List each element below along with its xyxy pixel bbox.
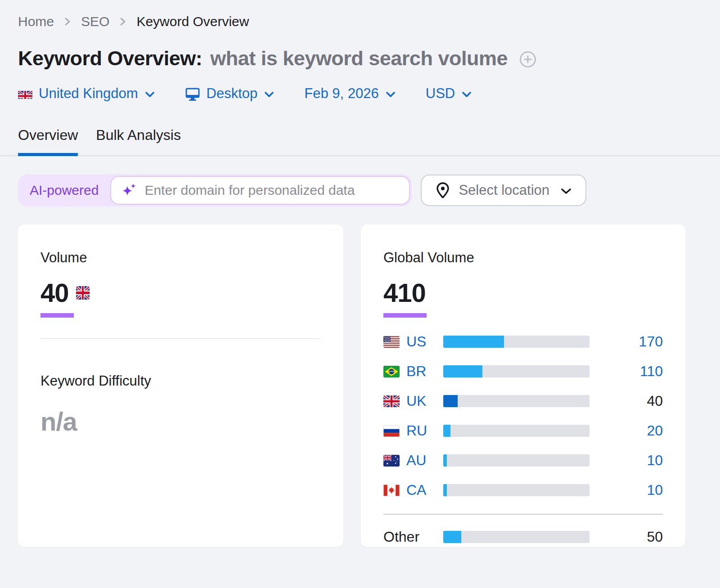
country-bar-track [443, 454, 590, 467]
country-label[interactable]: BR [406, 363, 426, 380]
device-filter-dropdown[interactable]: Desktop [185, 85, 275, 102]
select-location-button[interactable]: Select location [421, 175, 586, 206]
volume-label: Volume [40, 250, 321, 266]
country-bar-track [443, 425, 590, 437]
country-filter-dropdown[interactable]: United Kingdom [18, 85, 155, 102]
other-bar-track [443, 531, 590, 543]
breadcrumb-seo[interactable]: SEO [81, 13, 109, 30]
country-filter-label: United Kingdom [39, 85, 138, 102]
volume-card-divider [40, 338, 321, 339]
date-filter-dropdown[interactable]: Feb 9, 2026 [304, 85, 396, 102]
chevron-down-icon [461, 91, 472, 98]
currency-filter-dropdown[interactable]: USD [426, 85, 472, 102]
country-row: US 170 [383, 336, 663, 348]
country-value[interactable]: 10 [590, 452, 663, 469]
monitor-icon [185, 87, 200, 101]
page-title-label: Keyword Overview: [18, 47, 202, 70]
br-flag-icon [383, 366, 400, 377]
chevron-down-icon [264, 91, 274, 98]
country-bar-fill [443, 454, 447, 467]
plus-circle-icon[interactable] [518, 50, 537, 69]
other-label: Other [383, 529, 419, 545]
tab-overview[interactable]: Overview [18, 127, 78, 155]
chevron-down-icon [560, 188, 572, 195]
country-value[interactable]: 10 [590, 482, 663, 498]
country-value: 40 [590, 393, 663, 409]
country-row: CA 10 [383, 484, 663, 496]
select-location-label: Select location [459, 182, 549, 198]
country-bar-track [443, 395, 590, 407]
ai-powered-badge: AI-powered [20, 183, 110, 198]
tabs-bar: Overview Bulk Analysis [18, 127, 702, 156]
country-label[interactable]: RU [406, 422, 427, 439]
other-bar-fill [443, 531, 461, 543]
ai-domain-bar: AI-powered Select location [18, 174, 702, 206]
country-label[interactable]: CA [406, 482, 426, 498]
country-label[interactable]: UK [406, 393, 426, 409]
country-bar-track [443, 365, 590, 377]
country-value[interactable]: 20 [590, 422, 663, 439]
other-row: Other 50 [383, 531, 663, 543]
other-value: 50 [590, 529, 663, 545]
breadcrumb: Home SEO Keyword Overview [18, 13, 702, 30]
country-row: BR 110 [383, 365, 663, 377]
au-flag-icon [383, 455, 400, 467]
country-bar-fill [443, 336, 504, 348]
other-divider [383, 514, 663, 515]
country-bar-fill [443, 395, 458, 407]
filters-bar: United Kingdom Desktop Feb 9, 2026 [18, 85, 702, 102]
volume-card: Volume 40 Keyword Difficulty n/a [18, 224, 343, 547]
breadcrumb-chevron-icon [64, 16, 71, 27]
country-value[interactable]: 170 [590, 333, 663, 350]
country-bar-fill [443, 484, 447, 496]
breadcrumb-chevron-icon [119, 16, 126, 27]
global-volume-rows: US 170 BR 110 UK 40 RU 20 [383, 336, 663, 496]
ru-flag-icon [383, 425, 400, 437]
gb-flag-icon [76, 286, 90, 300]
sparkle-icon [121, 182, 137, 198]
volume-value: 40 [40, 278, 69, 308]
country-row: UK 40 [383, 395, 663, 407]
page-title-keyword: what is keyword search volume [210, 47, 508, 70]
domain-input[interactable] [144, 183, 399, 198]
date-filter-label: Feb 9, 2026 [304, 85, 378, 102]
global-volume-accent-bar [383, 313, 427, 318]
global-volume-label: Global Volume [383, 250, 663, 266]
keyword-overview-page: Home SEO Keyword Overview Keyword Overvi… [0, 0, 720, 547]
country-bar-fill [443, 365, 482, 377]
global-volume-card: Global Volume 410 US 170 BR 110 UK [361, 224, 685, 547]
keyword-difficulty-value: n/a [40, 406, 321, 436]
gb-flag-icon [383, 395, 400, 407]
country-label[interactable]: AU [406, 452, 426, 469]
chevron-down-icon [144, 91, 155, 98]
us-flag-icon [383, 336, 400, 348]
breadcrumb-home[interactable]: Home [18, 13, 54, 30]
global-volume-value: 410 [383, 278, 426, 308]
ca-flag-icon [383, 485, 400, 496]
keyword-difficulty-label: Keyword Difficulty [40, 373, 321, 389]
chevron-down-icon [385, 91, 396, 98]
breadcrumb-current: Keyword Overview [136, 13, 249, 30]
location-pin-icon [435, 182, 450, 199]
country-label[interactable]: US [406, 333, 426, 350]
domain-input-box[interactable] [110, 176, 410, 205]
page-title: Keyword Overview: what is keyword search… [18, 47, 702, 70]
currency-filter-label: USD [426, 85, 455, 102]
tabs-divider [0, 155, 720, 156]
country-bar-fill [443, 425, 450, 437]
tab-bulk-analysis[interactable]: Bulk Analysis [96, 127, 181, 155]
device-filter-label: Desktop [207, 85, 258, 102]
country-row: RU 20 [383, 425, 663, 437]
country-bar-track [443, 336, 590, 348]
volume-accent-bar [40, 313, 74, 318]
gb-flag-icon [18, 89, 32, 99]
cards-row: Volume 40 Keyword Difficulty n/a [18, 224, 702, 547]
country-bar-track [443, 484, 590, 496]
ai-powered-container: AI-powered [18, 174, 412, 206]
country-row: AU 10 [383, 454, 663, 467]
country-value[interactable]: 110 [590, 363, 663, 380]
